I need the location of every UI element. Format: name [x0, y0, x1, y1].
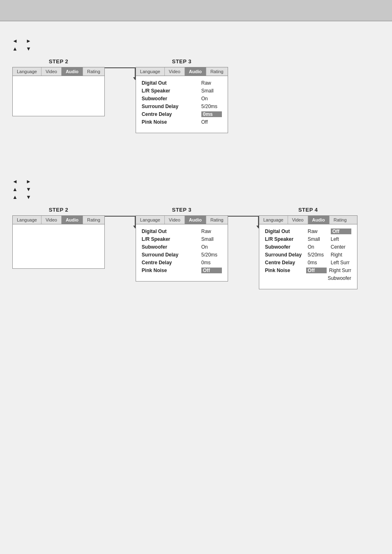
- lbl-cd-s3: Centre Delay: [142, 260, 183, 265]
- down-arrow-s2-1[interactable]: ▼: [26, 186, 31, 192]
- row-sd-s3: Surround Delay 5/20ms: [142, 252, 222, 258]
- lbl-do-s4: Digital Out: [265, 229, 306, 234]
- label-centredelay-1: Centre Delay: [142, 111, 183, 117]
- left-arrow-s2[interactable]: ◄: [12, 178, 18, 185]
- step-diagram-1: STEP 2 Language Video Audio Rating: [12, 58, 380, 133]
- tab-audio-s3-1[interactable]: Audio: [185, 67, 206, 76]
- tab-video-s3-2[interactable]: Video: [165, 216, 185, 224]
- tab-audio-s2-1[interactable]: Audio: [62, 67, 83, 76]
- step2-label-2: STEP 2: [49, 207, 69, 213]
- row-sub-s3: Subwoofer On: [142, 244, 222, 250]
- val-do-s3: Raw: [201, 229, 222, 234]
- tab-audio-s2-2[interactable]: Audio: [62, 216, 83, 224]
- val-lr-s3: Small: [201, 236, 222, 242]
- row-cd-s4: Centre Delay 0ms Left Surr: [265, 260, 351, 265]
- step3-body-1: Digital Out Raw L/R Speaker Small Subwoo…: [136, 76, 228, 133]
- tab-language-s2-1[interactable]: Language: [13, 67, 42, 76]
- tab-video-s2-2[interactable]: Video: [42, 216, 62, 224]
- lbl-sub-s4: Subwoofer: [265, 244, 306, 250]
- tab-rating-s3-1[interactable]: Rating: [206, 67, 228, 76]
- row-sub-s4: Subwoofer On Center: [265, 244, 351, 250]
- tab-rating-s4[interactable]: Rating: [330, 216, 351, 224]
- row-cd-s3: Centre Delay 0ms: [142, 260, 222, 265]
- step3-tabs-1: Language Video Audio Rating: [136, 67, 228, 76]
- spacer-1: [12, 158, 380, 170]
- right-arrow-s2[interactable]: ►: [26, 178, 31, 185]
- value-digitalout-1: Raw: [201, 80, 222, 86]
- lbl-sd-s4: Surround Delay: [265, 252, 306, 258]
- val-sub-s3: On: [201, 244, 222, 250]
- arrow-row-s2-1: ◄ ►: [12, 178, 380, 185]
- value-surrounddelay-1: 5/20ms: [201, 104, 222, 109]
- step2-block-2: STEP 2 Language Video Audio Rating: [12, 207, 105, 269]
- top-banner: [0, 0, 392, 21]
- tab-audio-s4[interactable]: Audio: [308, 216, 330, 224]
- label-surrounddelay-1: Surround Delay: [142, 104, 183, 109]
- down-arrow-s2-2[interactable]: ▼: [26, 194, 31, 200]
- lbl-lr-s3: L/R Speaker: [142, 236, 183, 242]
- tab-rating-s2-2[interactable]: Rating: [83, 216, 104, 224]
- step3-label-2: STEP 3: [172, 207, 192, 213]
- step4-panel-2: Language Video Audio Rating Digital Out …: [259, 215, 357, 289]
- step3-panel-2: Language Video Audio Rating Digital Out …: [136, 215, 228, 282]
- row-sd-s4: Surround Delay 5/20ms Right: [265, 252, 351, 258]
- main-content: ◄ ► ▲ ▼ STEP 2 Language Video Audio Ra: [0, 21, 392, 554]
- row-pn-s4: Pink Noise Off Right Surr: [265, 268, 351, 273]
- menu-row-digitalout-1: Digital Out Raw: [142, 80, 222, 86]
- connector-2a: [105, 207, 136, 229]
- up-arrow-s2-2[interactable]: ▲: [12, 194, 18, 200]
- up-arrow-1[interactable]: ▲: [12, 46, 18, 52]
- step3-block-1: STEP 3 Language Video Audio Rating Digit…: [136, 58, 228, 133]
- val-sd-s4-b: Right: [331, 252, 351, 258]
- tab-lang-s4[interactable]: Language: [259, 216, 288, 224]
- right-arrow-1[interactable]: ►: [26, 38, 31, 44]
- row-do-s3: Digital Out Raw: [142, 229, 222, 234]
- val-extra-s4: Subwoofer: [327, 275, 351, 281]
- tab-rating-s2-1[interactable]: Rating: [83, 67, 104, 76]
- tab-lang-s3-2[interactable]: Language: [136, 216, 165, 224]
- tab-rating-s3-2[interactable]: Rating: [206, 216, 228, 224]
- val-lr-s4: Small: [308, 236, 328, 242]
- tab-audio-s3-2[interactable]: Audio: [185, 216, 206, 224]
- row-extra-s4: Subwoofer: [265, 275, 351, 281]
- menu-row-surrounddelay-1: Surround Delay 5/20ms: [142, 104, 222, 109]
- step2-panel-2: Language Video Audio Rating: [12, 215, 105, 269]
- tab-video-s2-1[interactable]: Video: [42, 67, 62, 76]
- arrow-row-1: ◄ ►: [12, 38, 380, 44]
- nav-arrows-section2: ◄ ► ▲ ▼ ▲ ▼: [12, 178, 380, 200]
- connector-1: [105, 58, 136, 80]
- step-diagram-2: STEP 2 Language Video Audio Rating: [12, 207, 380, 289]
- up-arrow-s2-1[interactable]: ▲: [12, 186, 18, 192]
- lbl-pn-s3: Pink Noise: [142, 268, 183, 273]
- row-pn-s3: Pink Noise Off: [142, 268, 222, 273]
- step2-panel-1: Language Video Audio Rating: [12, 67, 105, 116]
- step3-block-2: STEP 3 Language Video Audio Rating Digit…: [136, 207, 228, 282]
- tab-language-s3-1[interactable]: Language: [136, 67, 165, 76]
- h-line-1: [105, 67, 136, 68]
- val-do-s4-hl: Off: [331, 229, 351, 234]
- menu-row-centredelay-1: Centre Delay 0ms: [142, 111, 222, 117]
- down-arrow-1[interactable]: ▼: [26, 46, 31, 52]
- step3-body-2: Digital Out Raw L/R Speaker Small Subwoo…: [136, 224, 228, 281]
- step4-label-2: STEP 4: [298, 207, 318, 213]
- lbl-lr-s4: L/R Speaker: [265, 236, 306, 242]
- val-pn-s3: Off: [201, 268, 222, 273]
- lbl-cd-s4: Centre Delay: [265, 260, 306, 265]
- menu-row-subwoofer-1: Subwoofer On: [142, 96, 222, 102]
- left-arrow-1[interactable]: ◄: [12, 38, 18, 44]
- step2-block-1: STEP 2 Language Video Audio Rating: [12, 58, 105, 116]
- step4-body-2: Digital Out Raw Off L/R Speaker Small Le…: [259, 224, 357, 289]
- h-line-2a: [105, 216, 136, 217]
- label-digitalout-1: Digital Out: [142, 80, 183, 86]
- nav-arrows-section1: ◄ ► ▲ ▼: [12, 38, 380, 52]
- connector-2b: [228, 207, 259, 229]
- tab-video-s3-1[interactable]: Video: [165, 67, 185, 76]
- step2-label-1: STEP 2: [49, 58, 69, 65]
- row-lr-s3: L/R Speaker Small: [142, 236, 222, 242]
- section-2: ◄ ► ▲ ▼ ▲ ▼ STEP 2 Language Video: [12, 170, 380, 298]
- val-cd-s3: 0ms: [201, 260, 222, 265]
- val-sub-s4: On: [308, 244, 328, 250]
- lbl-pn-s4: Pink Noise: [265, 268, 306, 273]
- tab-video-s4[interactable]: Video: [288, 216, 308, 224]
- tab-lang-s2-2[interactable]: Language: [13, 216, 42, 224]
